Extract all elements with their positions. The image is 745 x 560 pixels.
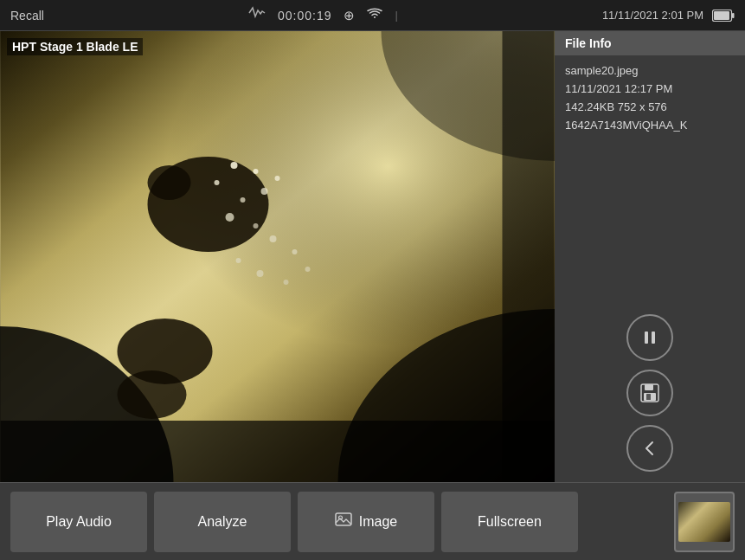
svg-point-18 xyxy=(226,213,234,222)
image-label: Image xyxy=(359,514,397,530)
control-buttons xyxy=(555,304,745,482)
timer: 00:00:19 xyxy=(278,9,332,23)
top-bar: Recall 00:00:19 ⊕ | 11/11/2021 2:01 PM xyxy=(0,0,745,31)
svg-point-14 xyxy=(275,176,280,181)
file-info-hash: 1642A7143MViQHAA_K xyxy=(565,119,687,132)
svg-rect-27 xyxy=(1,421,555,482)
svg-rect-33 xyxy=(646,394,651,400)
pause-button[interactable] xyxy=(626,314,673,361)
back-icon xyxy=(640,439,659,458)
svg-point-23 xyxy=(257,270,264,277)
app-title: Recall xyxy=(10,9,44,23)
image-button[interactable]: Image xyxy=(298,492,434,552)
svg-point-12 xyxy=(231,162,238,169)
save-button[interactable] xyxy=(626,370,673,416)
analyze-label: Analyze xyxy=(198,514,247,530)
analyze-button[interactable]: Analyze xyxy=(154,492,291,552)
play-audio-label: Play Audio xyxy=(46,514,112,530)
battery-icon xyxy=(712,10,735,22)
svg-point-20 xyxy=(270,235,277,242)
thumbnail-button[interactable] xyxy=(674,492,735,552)
svg-rect-29 xyxy=(652,331,655,344)
play-audio-button[interactable]: Play Audio xyxy=(10,492,147,552)
top-bar-center: 00:00:19 ⊕ | xyxy=(248,4,398,26)
file-info-header: File Info xyxy=(555,31,745,55)
svg-point-15 xyxy=(215,180,220,185)
file-info-datetime: 11/11/2021 12:17 PM xyxy=(565,82,687,95)
bottom-bar: Play Audio Analyze Image Fullscreen xyxy=(0,482,745,560)
divider: | xyxy=(395,9,397,22)
svg-point-22 xyxy=(236,258,241,263)
fullscreen-label: Fullscreen xyxy=(478,514,542,530)
svg-rect-28 xyxy=(645,331,648,344)
svg-point-9 xyxy=(148,165,191,200)
pause-icon xyxy=(641,329,658,346)
svg-point-19 xyxy=(254,223,259,229)
svg-point-11 xyxy=(118,370,187,419)
svg-rect-34 xyxy=(336,513,351,525)
blade-image xyxy=(0,31,555,482)
fullscreen-button[interactable]: Fullscreen xyxy=(441,492,578,552)
file-info-body: sample20.jpeg 11/11/2021 12:17 PM 142.24… xyxy=(555,55,697,140)
top-bar-right: 11/11/2021 2:01 PM xyxy=(602,9,735,22)
save-icon xyxy=(640,383,659,402)
image-icon xyxy=(335,511,352,532)
datetime: 11/11/2021 2:01 PM xyxy=(602,9,703,22)
back-button[interactable] xyxy=(626,425,673,472)
video-panel: HPT Stage 1 Blade LE xyxy=(0,31,555,482)
thumbnail-image xyxy=(678,502,730,542)
main-area: HPT Stage 1 Blade LE xyxy=(0,31,745,482)
activity-icon xyxy=(248,4,266,26)
svg-rect-2 xyxy=(732,13,735,18)
svg-point-16 xyxy=(261,188,268,195)
svg-point-25 xyxy=(305,267,311,272)
svg-point-21 xyxy=(292,249,298,254)
file-info-filename: sample20.jpeg xyxy=(565,64,687,77)
wifi-icon xyxy=(367,8,382,23)
video-label: HPT Stage 1 Blade LE xyxy=(7,38,143,55)
svg-rect-1 xyxy=(714,11,729,20)
svg-rect-26 xyxy=(503,31,555,482)
svg-point-17 xyxy=(241,197,246,203)
svg-point-13 xyxy=(254,169,259,174)
bluetooth-icon: ⊕ xyxy=(344,8,355,23)
right-panel: File Info sample20.jpeg 11/11/2021 12:17… xyxy=(555,31,745,482)
svg-point-24 xyxy=(284,280,289,285)
svg-rect-31 xyxy=(645,384,653,390)
file-info-size-res: 142.24KB 752 x 576 xyxy=(565,100,687,113)
